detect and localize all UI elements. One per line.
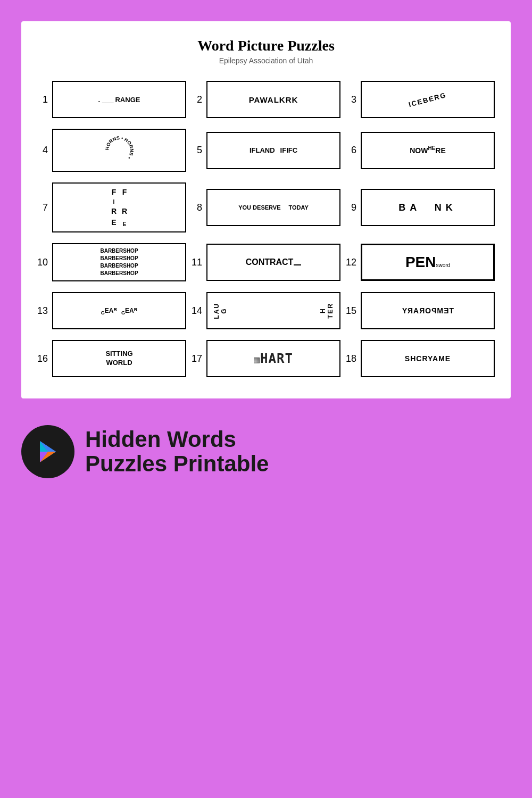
- puzzle-box-1: . ___RANGE: [52, 81, 186, 118]
- puzzle-1: 1 . ___RANGE: [37, 81, 186, 118]
- puzzle-2: 2 PAWALKRK: [192, 81, 340, 118]
- puzzle-content-15: TEMPORARY: [402, 306, 454, 315]
- puzzle-content-12: PENsword: [405, 254, 450, 271]
- puzzle-7: 7 FF I RR EE: [37, 182, 186, 232]
- puzzle-content-3: ICEBERG: [408, 90, 448, 108]
- puzzle-box-13: GEAR GEAR: [52, 292, 186, 329]
- puzzle-box-3: ICEBERG: [361, 81, 495, 118]
- puzzle-box-6: NOWHERE: [361, 132, 495, 169]
- puzzle-11: 11 CONTRACT: [192, 243, 340, 281]
- puzzle-12: 12 PENsword: [346, 243, 495, 281]
- puzzle-content-1: . ___RANGE: [98, 96, 140, 104]
- puzzle-number-4: 4: [37, 145, 48, 156]
- puzzle-box-8: YOU DESERVETODAY: [206, 189, 340, 226]
- puzzle-number-2: 2: [192, 94, 202, 105]
- puzzle-number-7: 7: [37, 202, 48, 213]
- puzzle-content-2: PAWALKRK: [249, 95, 298, 104]
- puzzle-box-10: BARBERSHOPBARBERSHOPBARBERSHOPBARBERSHOP: [52, 243, 186, 281]
- puzzle-box-17: ▦HART: [206, 340, 340, 377]
- puzzle-content-17: ▦HART: [254, 351, 293, 366]
- puzzle-6: 6 NOWHERE: [346, 129, 495, 172]
- puzzle-content-16: SITTINGWORLD: [105, 350, 132, 368]
- puzzle-number-1: 1: [37, 94, 48, 105]
- puzzle-number-14: 14: [192, 305, 202, 317]
- page-subtitle: Epilepsy Association of Utah: [32, 56, 500, 65]
- puzzle-box-4: HORNS • HORNS •: [52, 129, 186, 172]
- puzzle-number-15: 15: [346, 305, 356, 317]
- puzzle-5: 5 IFLANDIFIFC: [192, 129, 340, 172]
- puzzle-8: 8 YOU DESERVETODAY: [192, 182, 340, 232]
- puzzle-box-15: TEMPORARY: [361, 292, 495, 329]
- puzzle-number-13: 13: [37, 305, 48, 317]
- puzzle-number-3: 3: [346, 94, 356, 105]
- puzzle-15: 15 TEMPORARY: [346, 292, 495, 329]
- puzzle-9: 9 BA NK: [346, 182, 495, 232]
- bottom-title: Hidden Words Puzzles Printable: [85, 427, 269, 476]
- puzzle-number-9: 9: [346, 202, 356, 213]
- logo-icon: [32, 436, 64, 468]
- puzzle-box-11: CONTRACT: [206, 244, 340, 281]
- puzzle-18: 18 SHCRYAME: [346, 340, 495, 377]
- puzzle-number-10: 10: [37, 257, 48, 268]
- puzzle-17: 17 ▦HART: [192, 340, 340, 377]
- puzzle-number-16: 16: [37, 353, 48, 364]
- puzzle-box-2: PAWALKRK: [206, 81, 340, 118]
- puzzle-content-18: SHCRYAME: [405, 354, 451, 363]
- puzzle-content-13: GEAR GEAR: [101, 307, 137, 314]
- puzzle-content-6: NOWHERE: [410, 146, 446, 155]
- puzzle-16: 16 SITTINGWORLD: [37, 340, 186, 377]
- svg-text:HORNS • HORNS •: HORNS • HORNS •: [104, 135, 135, 160]
- puzzle-number-12: 12: [346, 257, 356, 268]
- puzzle-number-17: 17: [192, 353, 202, 364]
- puzzle-box-12: PENsword: [361, 244, 495, 281]
- puzzle-3: 3 ICEBERG: [346, 81, 495, 118]
- puzzle-content-14: LAUG HTER: [211, 301, 336, 321]
- puzzle-content-9: BA NK: [398, 202, 456, 213]
- page-title: Word Picture Puzzles: [32, 37, 500, 54]
- bottom-section: Hidden Words Puzzles Printable: [0, 414, 532, 494]
- puzzle-content-7: FF I RR EE: [109, 187, 130, 228]
- puzzle-content-5: IFLANDIFIFC: [250, 146, 297, 154]
- puzzle-grid: 1 . ___RANGE 2 PAWALKRK 3 ICEBERG 4: [32, 81, 500, 377]
- puzzle-13: 13 GEAR GEAR: [37, 292, 186, 329]
- puzzle-box-16: SITTINGWORLD: [52, 340, 186, 377]
- puzzle-content-11: CONTRACT: [246, 257, 302, 267]
- puzzle-content-8: YOU DESERVETODAY: [238, 204, 309, 211]
- puzzle-box-9: BA NK: [361, 189, 495, 226]
- main-card: Word Picture Puzzles Epilepsy Associatio…: [21, 21, 511, 398]
- puzzle-box-5: IFLANDIFIFC: [206, 132, 340, 169]
- app-logo: [21, 425, 74, 478]
- puzzle-box-18: SHCRYAME: [361, 340, 495, 377]
- puzzle-number-11: 11: [192, 257, 202, 268]
- puzzle-number-5: 5: [192, 145, 202, 156]
- puzzle-4: 4 HORNS • HORNS •: [37, 129, 186, 172]
- puzzle-number-6: 6: [346, 145, 356, 156]
- puzzle-content-4: HORNS • HORNS •: [102, 133, 137, 168]
- puzzle-14: 14 LAUG HTER: [192, 292, 340, 329]
- puzzle-10: 10 BARBERSHOPBARBERSHOPBARBERSHOPBARBERS…: [37, 243, 186, 281]
- puzzle-number-8: 8: [192, 202, 202, 213]
- puzzle-number-18: 18: [346, 353, 356, 364]
- puzzle-box-14: LAUG HTER: [206, 292, 340, 329]
- puzzle-content-10: BARBERSHOPBARBERSHOPBARBERSHOPBARBERSHOP: [100, 247, 138, 277]
- puzzle-box-7: FF I RR EE: [52, 182, 186, 232]
